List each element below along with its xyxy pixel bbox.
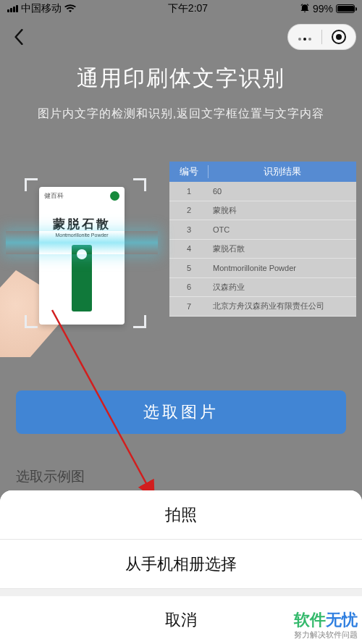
scan-line (6, 231, 158, 254)
table-head-value: 识别结果 (209, 165, 356, 178)
table-row: 160 (169, 182, 356, 201)
battery-pct: 99% (313, 3, 333, 14)
table-head-index: 编号 (169, 165, 209, 178)
status-bar: 中国移动 下午2:07 99% (0, 0, 362, 17)
table-row: 5Montmorillonite Powder (169, 259, 356, 278)
table-row: 3OTC (169, 220, 356, 240)
table-row: 2蒙脫科 (169, 201, 356, 221)
table-row: 6汉森药业 (169, 278, 356, 298)
from-album-option[interactable]: 从手机相册选择 (0, 540, 362, 589)
result-table: 编号 识别结果 160 2蒙脫科 3OTC 4蒙脱石散 5Montmorillo… (169, 162, 356, 350)
battery-icon (336, 4, 355, 13)
otc-mark-icon (110, 191, 119, 201)
carrier-label: 中国移动 (21, 2, 62, 15)
table-row: 7北京方舟汉森药业有限责任公司 (169, 297, 356, 317)
pick-image-button[interactable]: 选取图片 (16, 390, 346, 434)
alarm-icon (300, 3, 310, 15)
wifi-icon (64, 4, 76, 14)
miniprogram-capsule (287, 24, 356, 50)
page-title: 通用印刷体文字识别 (0, 64, 362, 93)
watermark: 软件无忧 努力解决软件问题 (294, 611, 358, 640)
nav-bar (0, 17, 362, 57)
back-button[interactable] (6, 24, 32, 50)
sample-brand: 健百科 (44, 191, 64, 212)
menu-button[interactable] (288, 30, 321, 43)
preview-area: 健百科 蒙脱石散 Montmorillonite Powder 编号 识别结果 … (6, 162, 356, 350)
dots-icon (298, 30, 313, 43)
status-time: 下午2:07 (168, 2, 208, 15)
table-row: 4蒙脱石散 (169, 240, 356, 259)
sample-box: 健百科 蒙脱石散 Montmorillonite Powder (39, 187, 125, 325)
signal-icon (7, 5, 18, 12)
sample-name-zh: 蒙脱石散 (39, 216, 125, 233)
box-stripe-graphic (72, 245, 92, 311)
take-photo-option[interactable]: 拍照 (0, 490, 362, 540)
page-subtitle: 图片内文字的检测和识别,返回文字框位置与文字内容 (0, 106, 362, 122)
close-button[interactable] (322, 30, 355, 44)
sample-section-label: 选取示例图 (16, 467, 346, 486)
target-icon (332, 30, 346, 44)
